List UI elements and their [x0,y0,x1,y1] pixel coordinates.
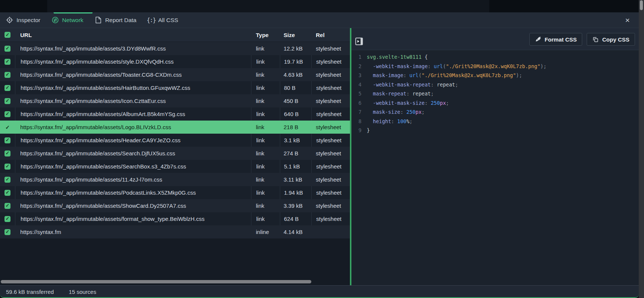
table-header: ✓ URL Type Size Rel [0,28,350,42]
row-checkbox-cell: ✓ [0,147,15,160]
active-tab-indicator [54,12,93,13]
tab-bar: InspectorNetworkReport Data{:}All CSS × [0,12,639,28]
type-cell: link [251,81,280,94]
transferred-label: 59.6 kB transferred [6,289,54,295]
code-text: -webkit-mask-repeat: repeat; [367,80,458,89]
column-header-rel[interactable]: Rel [311,28,350,42]
format-css-button[interactable]: Format CSS [529,33,583,46]
code-line: 8 height: 100%; [351,117,639,126]
row-checkbox-cell: ✓ [0,134,15,147]
table-row[interactable]: ✓https://syntax.fm/_app/immutable/assets… [0,199,350,212]
url-cell: https://syntax.fm/_app/immutable/assets/… [15,199,251,212]
size-cell: 274 B [280,147,311,160]
size-cell: 450 B [280,94,311,107]
tab-report-data[interactable]: Report Data [95,16,137,24]
tab-inspector[interactable]: Inspector [6,16,40,24]
row-checkbox[interactable]: ✓ [4,229,10,235]
table-row[interactable]: ✓https://syntax.fm/_app/immutable/assets… [0,81,350,94]
row-checkbox[interactable]: ✓ [4,46,10,52]
code-toolbar: Format CSS Copy CSS [351,28,639,50]
table-row[interactable]: ✓https://syntax.fminline4.14 kB [0,225,350,238]
rel-cell: stylesheet [311,107,350,121]
table-row[interactable]: ✓https://syntax.fm/_app/immutable/assets… [0,42,350,55]
code-line: 7 mask-size: 250px; [351,107,639,117]
table-row[interactable]: ✓https://syntax.fm/_app/immutable/assets… [0,121,350,134]
row-checkbox[interactable]: ✓ [4,150,10,156]
rel-cell: stylesheet [311,55,350,68]
row-checkbox[interactable]: ✓ [4,216,10,222]
horizontal-scrollbar-thumb[interactable] [1,280,311,283]
rel-cell: stylesheet [311,42,350,55]
table-row[interactable]: ✓https://syntax.fm/_app/immutable/assets… [0,94,350,107]
column-header-url[interactable]: URL [15,28,251,42]
row-checkbox[interactable]: ✓ [4,137,10,143]
table-row[interactable]: ✓https://syntax.fm/_app/immutable/assets… [0,160,350,173]
table-row[interactable]: ✓https://syntax.fm/_app/immutable/assets… [0,173,350,186]
url-cell: https://syntax.fm/_app/immutable/assets/… [15,147,251,160]
copy-css-button[interactable]: Copy CSS [587,33,635,46]
sources-label: 15 sources [69,289,96,295]
url-cell: https://syntax.fm [15,225,251,238]
url-cell: https://syntax.fm/_app/immutable/assets/… [15,42,251,55]
row-checkbox[interactable]: ✓ [4,124,10,130]
url-cell: https://syntax.fm/_app/immutable/assets/… [15,173,251,186]
header-checkbox[interactable]: ✓ [4,32,10,38]
close-button[interactable]: × [623,16,632,24]
url-cell: https://syntax.fm/_app/immutable/assets/… [15,81,251,94]
tab-network[interactable]: Network [52,16,84,24]
row-checkbox[interactable]: ✓ [4,72,10,78]
tab-label: Network [62,17,84,24]
table-row[interactable]: ✓https://syntax.fm/_app/immutable/assets… [0,147,350,160]
code-line: 4 -webkit-mask-repeat: repeat; [351,80,639,89]
row-checkbox-cell: ✓ [0,121,15,134]
code-line: 6 -webkit-mask-size: 250px; [351,98,639,108]
rel-cell: stylesheet [311,186,350,199]
line-number: 8 [351,117,362,126]
all-css-icon: {:} [148,16,155,24]
page-scrollbar-thumb[interactable] [640,0,643,10]
row-checkbox[interactable]: ✓ [4,98,10,104]
code-panel: Format CSS Copy CSS 1svg.svelte-1tw8111 … [351,28,639,285]
column-header-type[interactable]: Type [251,28,280,42]
row-checkbox[interactable]: ✓ [4,177,10,183]
code-line: 2 -webkit-mask-image: url("./Grit%20Mask… [351,62,639,71]
code-text: mask-image: url("./Grit%20Mask@2x.wqK0L7… [367,71,522,80]
row-checkbox[interactable]: ✓ [4,111,10,117]
size-cell: 218 B [280,121,311,134]
row-checkbox[interactable]: ✓ [4,59,10,65]
network-icon [52,16,59,24]
row-checkbox-cell: ✓ [0,173,15,186]
code-line: 5 mask-repeat: repeat; [351,89,639,98]
url-cell: https://syntax.fm/_app/immutable/assets/… [15,68,251,81]
line-number: 9 [351,126,362,135]
rel-cell: stylesheet [311,199,350,212]
table-row[interactable]: ✓https://syntax.fm/_app/immutable/assets… [0,55,350,68]
row-checkbox-cell: ✓ [0,212,15,225]
column-header-size[interactable]: Size [280,28,311,42]
tab-all-css[interactable]: {:}All CSS [148,16,178,24]
row-checkbox-cell: ✓ [0,160,15,173]
inspector-icon [6,16,13,24]
line-number: 1 [351,52,362,62]
row-checkbox[interactable]: ✓ [4,190,10,196]
line-number: 4 [351,80,362,89]
row-checkbox-cell: ✓ [0,55,15,68]
sidebar-toggle-button[interactable] [355,37,363,45]
code-line: 1svg.svelte-1tw8111 { [351,52,639,62]
table-row[interactable]: ✓https://syntax.fm/_app/immutable/assets… [0,212,350,225]
report-data-icon [95,16,102,24]
table-row[interactable]: ✓https://syntax.fm/_app/immutable/assets… [0,68,350,81]
rel-cell: stylesheet [311,134,350,147]
row-checkbox-cell: ✓ [0,186,15,199]
table-row[interactable]: ✓https://syntax.fm/_app/immutable/assets… [0,186,350,199]
size-cell: 3.39 kB [280,199,311,212]
row-checkbox[interactable]: ✓ [4,164,10,170]
type-cell: link [251,68,280,81]
table-row[interactable]: ✓https://syntax.fm/_app/immutable/assets… [0,107,350,121]
type-cell: link [251,107,280,121]
row-checkbox[interactable]: ✓ [4,85,10,91]
type-cell: link [251,55,280,68]
code-text: height: 100%; [367,117,412,126]
table-row[interactable]: ✓https://syntax.fm/_app/immutable/assets… [0,134,350,147]
row-checkbox[interactable]: ✓ [4,203,10,209]
